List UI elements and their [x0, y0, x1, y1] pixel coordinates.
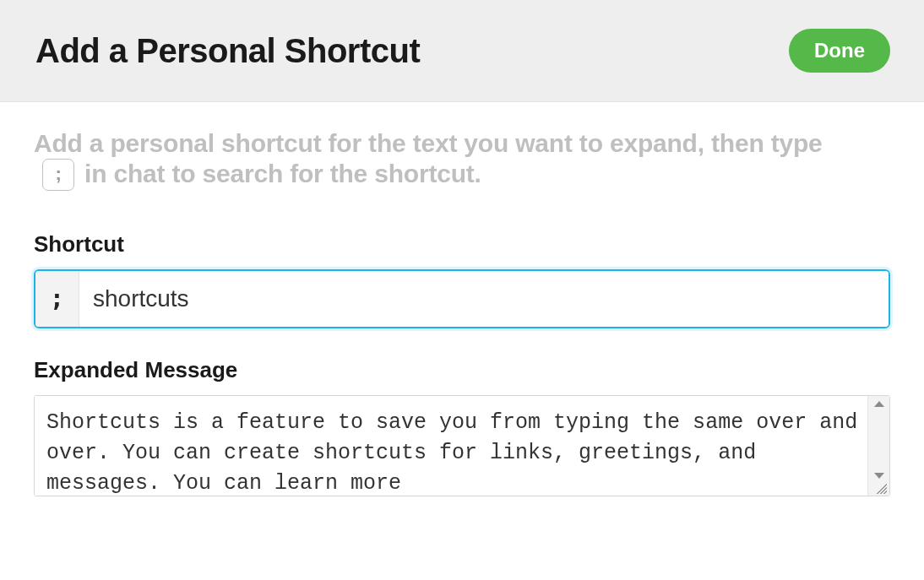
instructions-text: Add a personal shortcut for the text you…	[34, 129, 890, 191]
scroll-down-icon[interactable]	[874, 473, 884, 479]
shortcut-section: Shortcut ;	[34, 231, 890, 328]
resize-grip-icon[interactable]	[875, 482, 887, 494]
instructions-line2: in chat to search for the shortcut.	[84, 160, 481, 189]
scroll-up-icon[interactable]	[874, 401, 884, 407]
expanded-label: Expanded Message	[34, 357, 890, 383]
shortcut-prefix: ;	[35, 271, 79, 327]
scrollbar[interactable]	[867, 396, 889, 496]
done-button[interactable]: Done	[789, 29, 890, 73]
expanded-section: Expanded Message	[34, 357, 890, 496]
dialog-body: Add a personal shortcut for the text you…	[0, 102, 924, 496]
instructions-line1: Add a personal shortcut for the text you…	[34, 129, 890, 159]
expanded-field	[34, 395, 890, 496]
dialog-title: Add a Personal Shortcut	[35, 32, 420, 70]
shortcut-field[interactable]: ;	[34, 269, 890, 328]
expanded-textarea[interactable]	[35, 396, 867, 496]
trigger-key-badge: ;	[42, 159, 74, 191]
dialog-header: Add a Personal Shortcut Done	[0, 0, 924, 102]
shortcut-input[interactable]	[79, 271, 889, 327]
shortcut-label: Shortcut	[34, 231, 890, 257]
